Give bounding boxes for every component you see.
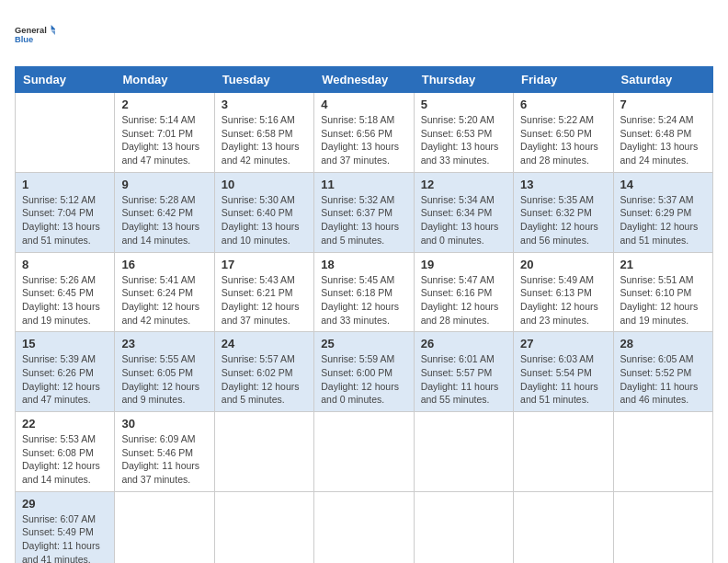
calendar-cell (115, 491, 214, 563)
calendar-cell: 28Sunrise: 6:05 AM Sunset: 5:52 PM Dayli… (613, 332, 712, 412)
calendar-cell (214, 491, 313, 563)
day-detail: Sunrise: 5:16 AM Sunset: 6:58 PM Dayligh… (222, 113, 307, 167)
calendar-cell (16, 93, 115, 173)
calendar-cell: 1Sunrise: 5:12 AM Sunset: 7:04 PM Daylig… (16, 172, 115, 252)
svg-marker-3 (51, 31, 55, 37)
calendar-cell: 17Sunrise: 5:43 AM Sunset: 6:21 PM Dayli… (214, 252, 313, 332)
day-detail: Sunrise: 5:35 AM Sunset: 6:32 PM Dayligh… (520, 193, 606, 247)
day-detail: Sunrise: 6:07 AM Sunset: 5:49 PM Dayligh… (22, 512, 108, 563)
day-number: 24 (222, 337, 307, 350)
day-number: 11 (321, 178, 406, 191)
calendar-cell: 20Sunrise: 5:49 AM Sunset: 6:13 PM Dayli… (514, 252, 613, 332)
calendar-cell: 7Sunrise: 5:24 AM Sunset: 6:48 PM Daylig… (613, 93, 712, 173)
svg-text:General: General (15, 26, 47, 35)
day-number: 20 (520, 258, 606, 271)
calendar-cell: 22Sunrise: 5:53 AM Sunset: 6:08 PM Dayli… (16, 412, 115, 492)
day-number: 9 (121, 178, 207, 191)
day-detail: Sunrise: 5:24 AM Sunset: 6:48 PM Dayligh… (620, 113, 706, 167)
week-row-1: 2Sunrise: 5:14 AM Sunset: 7:01 PM Daylig… (16, 93, 713, 173)
calendar-cell: 10Sunrise: 5:30 AM Sunset: 6:40 PM Dayli… (214, 172, 313, 252)
day-detail: Sunrise: 5:34 AM Sunset: 6:34 PM Dayligh… (421, 193, 506, 247)
calendar-cell: 3Sunrise: 5:16 AM Sunset: 6:58 PM Daylig… (214, 93, 313, 173)
week-row-4: 15Sunrise: 5:39 AM Sunset: 6:26 PM Dayli… (16, 332, 713, 412)
calendar-table: SundayMondayTuesdayWednesdayThursdayFrid… (15, 66, 713, 563)
day-detail: Sunrise: 5:20 AM Sunset: 6:53 PM Dayligh… (421, 113, 506, 167)
day-detail: Sunrise: 5:14 AM Sunset: 7:01 PM Dayligh… (121, 113, 207, 167)
day-number: 15 (22, 337, 108, 350)
day-number: 23 (121, 337, 207, 350)
day-detail: Sunrise: 5:26 AM Sunset: 6:45 PM Dayligh… (22, 273, 108, 327)
calendar-cell: 9Sunrise: 5:28 AM Sunset: 6:42 PM Daylig… (115, 172, 214, 252)
day-detail: Sunrise: 5:49 AM Sunset: 6:13 PM Dayligh… (520, 273, 606, 327)
day-detail: Sunrise: 5:32 AM Sunset: 6:37 PM Dayligh… (321, 193, 406, 247)
week-row-6: 29Sunrise: 6:07 AM Sunset: 5:49 PM Dayli… (16, 491, 713, 563)
day-number: 16 (121, 258, 207, 271)
day-number: 4 (321, 98, 406, 111)
day-detail: Sunrise: 5:28 AM Sunset: 6:42 PM Dayligh… (121, 193, 207, 247)
day-detail: Sunrise: 5:57 AM Sunset: 6:02 PM Dayligh… (222, 352, 307, 407)
col-header-monday: Monday (115, 67, 214, 93)
day-number: 6 (520, 98, 606, 111)
day-number: 27 (520, 337, 606, 350)
svg-marker-2 (51, 25, 55, 30)
week-row-3: 8Sunrise: 5:26 AM Sunset: 6:45 PM Daylig… (16, 252, 713, 332)
calendar-cell (314, 491, 414, 563)
logo-svg: General Blue (15, 15, 55, 55)
calendar-cell (613, 412, 712, 492)
calendar-cell: 6Sunrise: 5:22 AM Sunset: 6:50 PM Daylig… (514, 93, 613, 173)
day-detail: Sunrise: 5:39 AM Sunset: 6:26 PM Dayligh… (22, 352, 108, 407)
day-detail: Sunrise: 5:41 AM Sunset: 6:24 PM Dayligh… (121, 273, 207, 327)
day-detail: Sunrise: 6:01 AM Sunset: 5:57 PM Dayligh… (421, 352, 506, 407)
calendar-cell: 11Sunrise: 5:32 AM Sunset: 6:37 PM Dayli… (314, 172, 414, 252)
calendar-cell: 15Sunrise: 5:39 AM Sunset: 6:26 PM Dayli… (16, 332, 115, 412)
calendar-cell (613, 491, 712, 563)
calendar-cell: 24Sunrise: 5:57 AM Sunset: 6:02 PM Dayli… (214, 332, 313, 412)
day-detail: Sunrise: 5:59 AM Sunset: 6:00 PM Dayligh… (321, 352, 406, 407)
day-detail: Sunrise: 5:45 AM Sunset: 6:18 PM Dayligh… (321, 273, 406, 327)
day-detail: Sunrise: 6:03 AM Sunset: 5:54 PM Dayligh… (520, 352, 606, 407)
day-detail: Sunrise: 5:22 AM Sunset: 6:50 PM Dayligh… (520, 113, 606, 167)
calendar-cell (414, 491, 513, 563)
day-number: 30 (121, 417, 207, 431)
day-detail: Sunrise: 5:55 AM Sunset: 6:05 PM Dayligh… (121, 352, 207, 407)
calendar-cell: 25Sunrise: 5:59 AM Sunset: 6:00 PM Dayli… (314, 332, 414, 412)
col-header-wednesday: Wednesday (314, 67, 414, 93)
day-number: 5 (421, 98, 506, 111)
day-detail: Sunrise: 5:51 AM Sunset: 6:10 PM Dayligh… (620, 273, 706, 327)
day-number: 26 (421, 337, 506, 350)
calendar-cell: 4Sunrise: 5:18 AM Sunset: 6:56 PM Daylig… (314, 93, 414, 173)
col-header-thursday: Thursday (414, 67, 513, 93)
day-detail: Sunrise: 6:09 AM Sunset: 5:46 PM Dayligh… (121, 432, 207, 487)
day-number: 25 (321, 337, 406, 350)
day-number: 2 (121, 98, 207, 111)
day-detail: Sunrise: 5:37 AM Sunset: 6:29 PM Dayligh… (620, 193, 706, 247)
day-number: 1 (22, 178, 108, 191)
day-number: 13 (520, 178, 606, 191)
calendar-cell: 2Sunrise: 5:14 AM Sunset: 7:01 PM Daylig… (115, 93, 214, 173)
day-number: 21 (620, 258, 706, 271)
calendar-cell: 30Sunrise: 6:09 AM Sunset: 5:46 PM Dayli… (115, 412, 214, 492)
day-number: 19 (421, 258, 506, 271)
calendar-cell: 14Sunrise: 5:37 AM Sunset: 6:29 PM Dayli… (613, 172, 712, 252)
header-row: SundayMondayTuesdayWednesdayThursdayFrid… (16, 67, 713, 93)
calendar-cell: 21Sunrise: 5:51 AM Sunset: 6:10 PM Dayli… (613, 252, 712, 332)
day-detail: Sunrise: 5:12 AM Sunset: 7:04 PM Dayligh… (22, 193, 108, 247)
calendar-cell: 19Sunrise: 5:47 AM Sunset: 6:16 PM Dayli… (414, 252, 513, 332)
calendar-cell: 18Sunrise: 5:45 AM Sunset: 6:18 PM Dayli… (314, 252, 414, 332)
day-detail: Sunrise: 5:43 AM Sunset: 6:21 PM Dayligh… (222, 273, 307, 327)
calendar-cell: 29Sunrise: 6:07 AM Sunset: 5:49 PM Dayli… (16, 491, 115, 563)
calendar-cell: 13Sunrise: 5:35 AM Sunset: 6:32 PM Dayli… (514, 172, 613, 252)
calendar-cell: 23Sunrise: 5:55 AM Sunset: 6:05 PM Dayli… (115, 332, 214, 412)
day-detail: Sunrise: 6:05 AM Sunset: 5:52 PM Dayligh… (620, 352, 706, 407)
col-header-sunday: Sunday (16, 67, 115, 93)
day-number: 28 (620, 337, 706, 350)
calendar-cell: 12Sunrise: 5:34 AM Sunset: 6:34 PM Dayli… (414, 172, 513, 252)
day-number: 8 (22, 258, 108, 271)
calendar-cell: 8Sunrise: 5:26 AM Sunset: 6:45 PM Daylig… (16, 252, 115, 332)
col-header-tuesday: Tuesday (214, 67, 313, 93)
calendar-cell (414, 412, 513, 492)
day-number: 18 (321, 258, 406, 271)
logo: General Blue (15, 15, 55, 55)
day-detail: Sunrise: 5:47 AM Sunset: 6:16 PM Dayligh… (421, 273, 506, 327)
day-detail: Sunrise: 5:53 AM Sunset: 6:08 PM Dayligh… (22, 432, 108, 487)
